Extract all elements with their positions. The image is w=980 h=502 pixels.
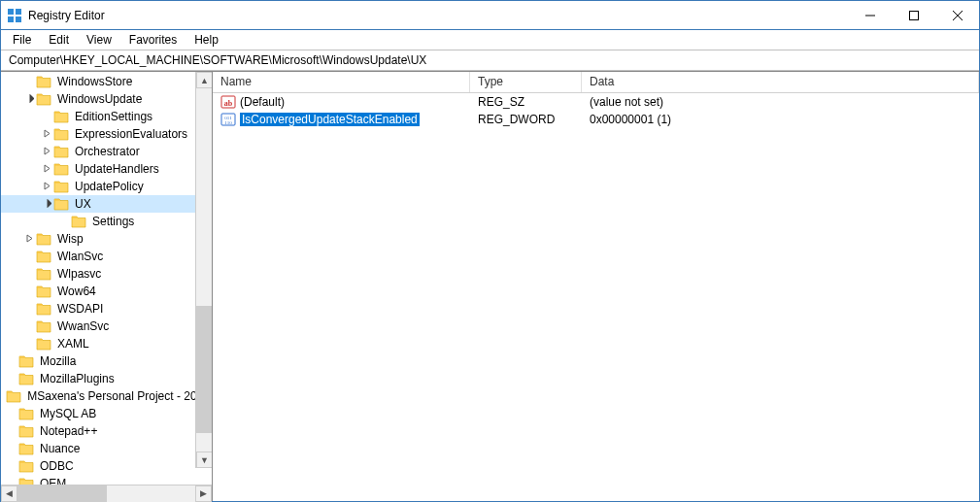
- address-input[interactable]: [7, 52, 973, 68]
- scroll-down-button[interactable]: ▼: [196, 452, 212, 468]
- tree-item[interactable]: UpdateHandlers: [1, 160, 212, 178]
- registry-tree[interactable]: WindowsStoreWindowsUpdateEditionSettings…: [1, 72, 212, 485]
- folder-icon: [36, 232, 51, 246]
- tree-item-label: UpdatePolicy: [73, 180, 146, 193]
- tree-item[interactable]: WindowsStore: [1, 73, 212, 90]
- folder-icon: [71, 215, 86, 228]
- scroll-track[interactable]: [196, 88, 212, 452]
- menu-edit[interactable]: Edit: [41, 31, 77, 49]
- titlebar[interactable]: Registry Editor: [1, 1, 979, 30]
- tree-item[interactable]: EditionSettings: [1, 108, 212, 125]
- tree-item[interactable]: Orchestrator: [1, 143, 212, 160]
- tree-item-label: Mozilla: [38, 354, 78, 368]
- address-bar: [1, 50, 979, 71]
- expand-icon[interactable]: [40, 128, 53, 140]
- svg-rect-2: [8, 17, 14, 22]
- tree-item-label: UpdateHandlers: [73, 162, 161, 176]
- tree-item[interactable]: Settings: [1, 213, 212, 230]
- tree-item[interactable]: Wow64: [1, 283, 212, 300]
- tree-item[interactable]: MySQL AB: [1, 405, 212, 422]
- tree-item-label: UX: [73, 197, 93, 211]
- folder-icon: [36, 92, 51, 106]
- tree-item-label: Wlpasvc: [55, 267, 103, 281]
- folder-icon: [6, 389, 21, 403]
- minimize-button[interactable]: [848, 1, 892, 29]
- tree-vertical-scrollbar[interactable]: ▲ ▼: [195, 72, 212, 468]
- tree-item[interactable]: ExpressionEvaluators: [1, 125, 212, 143]
- svg-rect-1: [16, 9, 21, 15]
- expand-icon[interactable]: [40, 146, 53, 157]
- scroll-thumb[interactable]: [17, 485, 107, 502]
- tree-item[interactable]: UX: [1, 195, 212, 213]
- scroll-up-button[interactable]: ▲: [196, 72, 212, 88]
- tree-item[interactable]: MSaxena's Personal Project - 2010: [1, 387, 212, 405]
- menu-help[interactable]: Help: [186, 31, 226, 49]
- folder-icon: [53, 197, 69, 211]
- column-data[interactable]: Data: [582, 72, 979, 92]
- close-button[interactable]: [935, 1, 979, 29]
- tree-item-label: MSaxena's Personal Project - 2010: [25, 389, 212, 403]
- expand-icon[interactable]: [40, 181, 53, 192]
- tree-item[interactable]: Nuance: [1, 440, 212, 457]
- folder-icon: [36, 250, 51, 263]
- folder-icon: [18, 442, 34, 455]
- tree-panel: WindowsStoreWindowsUpdateEditionSettings…: [1, 72, 213, 501]
- tree-item-label: OEM: [38, 477, 68, 485]
- expand-icon[interactable]: [40, 163, 53, 175]
- tree-item[interactable]: OEM: [1, 475, 212, 485]
- column-name[interactable]: Name: [213, 72, 470, 92]
- maximize-button[interactable]: [892, 1, 935, 29]
- menu-favorites[interactable]: Favorites: [121, 31, 185, 49]
- tree-item-label: ODBC: [38, 459, 76, 473]
- window-title: Registry Editor: [28, 9, 105, 22]
- folder-icon: [36, 267, 51, 281]
- tree-item[interactable]: ODBC: [1, 457, 212, 475]
- value-row[interactable]: ab(Default)REG_SZ(value not set): [213, 93, 979, 111]
- menu-view[interactable]: View: [79, 31, 119, 49]
- tree-item-label: WindowsStore: [55, 75, 134, 88]
- tree-item[interactable]: WwanSvc: [1, 318, 212, 335]
- tree-item[interactable]: WlanSvc: [1, 248, 212, 265]
- value-type: REG_SZ: [470, 95, 582, 109]
- menu-file[interactable]: File: [5, 31, 39, 49]
- collapse-icon[interactable]: [22, 93, 36, 105]
- tree-item[interactable]: XAML: [1, 335, 212, 352]
- tree-item-label: WwanSvc: [55, 319, 111, 333]
- scroll-left-button[interactable]: ◀: [1, 485, 17, 502]
- tree-item-label: ExpressionEvaluators: [73, 127, 189, 141]
- tree-item[interactable]: Wlpasvc: [1, 265, 212, 283]
- tree-item-label: WlanSvc: [55, 250, 105, 263]
- binary-value-icon: 011110: [220, 112, 236, 127]
- collapse-icon[interactable]: [40, 198, 53, 210]
- svg-rect-3: [16, 17, 21, 22]
- folder-icon: [53, 180, 69, 193]
- folder-icon: [18, 407, 34, 420]
- value-row[interactable]: 011110IsConvergedUpdateStackEnabledREG_D…: [213, 111, 979, 128]
- tree-item[interactable]: WindowsUpdate: [1, 90, 212, 108]
- column-type[interactable]: Type: [470, 72, 582, 92]
- values-list[interactable]: ab(Default)REG_SZ(value not set)011110Is…: [213, 93, 979, 501]
- svg-rect-5: [909, 11, 918, 19]
- menubar: File Edit View Favorites Help: [1, 30, 979, 50]
- folder-icon: [53, 127, 69, 141]
- expand-icon[interactable]: [22, 233, 36, 245]
- scroll-right-button[interactable]: ▶: [195, 485, 212, 502]
- tree-item-label: Nuance: [38, 442, 82, 455]
- svg-rect-0: [8, 9, 14, 15]
- tree-item[interactable]: UpdatePolicy: [1, 178, 212, 195]
- tree-item-label: Orchestrator: [73, 145, 142, 158]
- scroll-thumb[interactable]: [196, 306, 212, 433]
- folder-icon: [53, 110, 69, 123]
- value-type: REG_DWORD: [470, 113, 582, 126]
- tree-item-label: Settings: [90, 215, 136, 228]
- tree-item[interactable]: WSDAPI: [1, 300, 212, 318]
- folder-icon: [18, 459, 34, 473]
- tree-item[interactable]: Wisp: [1, 230, 212, 248]
- tree-horizontal-scrollbar[interactable]: ◀ ▶: [1, 485, 212, 501]
- tree-item[interactable]: Notepad++: [1, 422, 212, 440]
- scroll-track[interactable]: [17, 485, 195, 502]
- value-data: (value not set): [582, 95, 979, 109]
- svg-text:ab: ab: [224, 99, 233, 108]
- tree-item[interactable]: Mozilla: [1, 352, 212, 370]
- tree-item[interactable]: MozillaPlugins: [1, 370, 212, 387]
